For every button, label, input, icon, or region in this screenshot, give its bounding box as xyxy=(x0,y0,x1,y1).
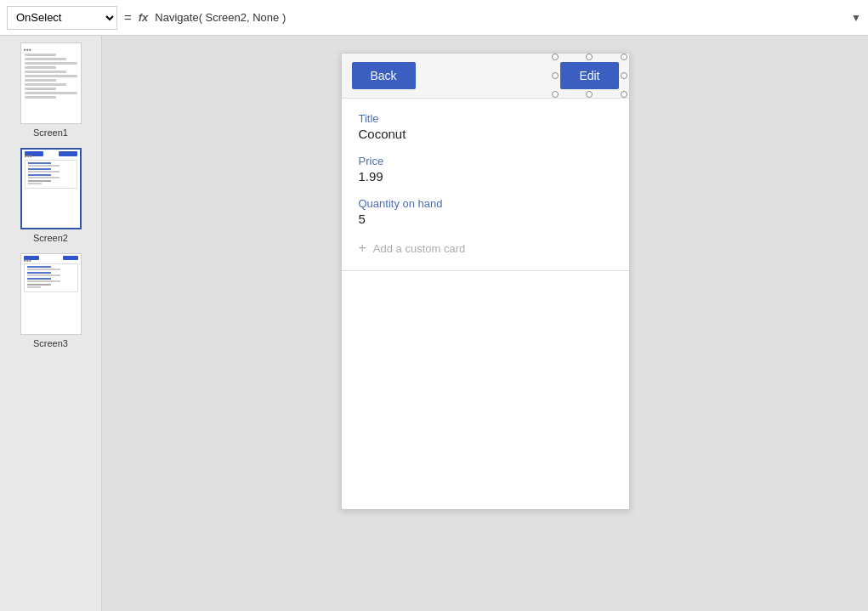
field-label-title: Title xyxy=(359,112,612,125)
handle-middle-left[interactable] xyxy=(552,72,559,79)
thumb-line xyxy=(25,71,67,73)
equals-sign: = xyxy=(124,10,132,25)
thumb-line xyxy=(25,62,77,65)
sidebar-item-screen3[interactable]: ••• xyxy=(7,253,94,348)
screen3-label: Screen3 xyxy=(33,338,68,348)
thumb3-edit-btn xyxy=(63,256,78,260)
handle-bottom-right[interactable] xyxy=(621,91,627,98)
preview-header: Back Edit xyxy=(342,54,629,99)
thumb-line xyxy=(25,92,77,94)
thumb-line xyxy=(25,79,56,82)
sidebar: ••• Screen1 ••• xyxy=(0,36,102,611)
screen3-dots: ••• xyxy=(24,257,31,265)
preview-empty-area xyxy=(342,271,629,509)
back-button[interactable]: Back xyxy=(352,62,416,89)
thumb2-card xyxy=(25,160,77,189)
screen1-label: Screen1 xyxy=(33,127,68,138)
card-field-quantity: Quantity on hand 5 xyxy=(359,197,612,226)
field-value-quantity: 5 xyxy=(359,212,612,226)
main-area: ••• Screen1 ••• xyxy=(0,36,868,611)
fx-label: fx xyxy=(139,11,149,24)
handle-top-middle[interactable] xyxy=(586,54,593,60)
card-field-price: Price 1.99 xyxy=(359,155,612,184)
screen2-thumbnail: ••• xyxy=(20,148,82,229)
handle-middle-right[interactable] xyxy=(621,72,627,79)
field-label-price: Price xyxy=(359,155,612,167)
add-custom-card[interactable]: + Add a custom card xyxy=(359,240,612,257)
handle-bottom-left[interactable] xyxy=(552,91,559,98)
thumb3-card xyxy=(24,263,78,292)
screen1-thumbnail: ••• xyxy=(20,42,82,124)
thumb-line xyxy=(25,88,56,90)
edit-button[interactable]: Edit xyxy=(560,62,618,89)
thumb2-edit-btn xyxy=(59,151,77,156)
screen2-label: Screen2 xyxy=(33,233,68,243)
thumb-line xyxy=(25,75,77,77)
sidebar-item-screen1[interactable]: ••• Screen1 xyxy=(7,42,94,138)
formula-input[interactable] xyxy=(155,11,844,24)
handle-top-left[interactable] xyxy=(552,54,559,60)
plus-icon: + xyxy=(359,241,366,255)
field-label-quantity: Quantity on hand xyxy=(359,197,612,210)
add-custom-card-label: Add a custom card xyxy=(373,242,465,255)
thumb-line xyxy=(25,83,67,86)
thumb-line xyxy=(25,58,67,60)
formula-chevron-icon[interactable]: ▼ xyxy=(851,12,861,24)
formula-bar: OnSelectOnVisibleOnHidden = fx ▼ xyxy=(0,0,868,36)
screen1-dots: ••• xyxy=(24,46,31,54)
card-field-title: Title Coconut xyxy=(359,112,612,141)
screen3-thumbnail: ••• xyxy=(20,253,82,335)
handle-top-right[interactable] xyxy=(621,54,627,60)
canvas-area: Back Edit xyxy=(102,36,868,611)
screen2-dots: ••• xyxy=(25,152,32,161)
edit-button-wrapper: Edit xyxy=(560,62,618,89)
field-value-title: Coconut xyxy=(359,127,612,141)
thumb-line xyxy=(25,96,56,99)
field-value-price: 1.99 xyxy=(359,169,612,184)
screen-preview: Back Edit xyxy=(341,53,630,510)
preview-card: Title Coconut Price 1.99 Quantity on han… xyxy=(342,99,629,271)
thumb-line xyxy=(25,66,56,69)
onselect-dropdown[interactable]: OnSelectOnVisibleOnHidden xyxy=(7,6,117,30)
sidebar-item-screen2[interactable]: ••• xyxy=(7,148,94,243)
handle-bottom-middle[interactable] xyxy=(586,91,593,98)
